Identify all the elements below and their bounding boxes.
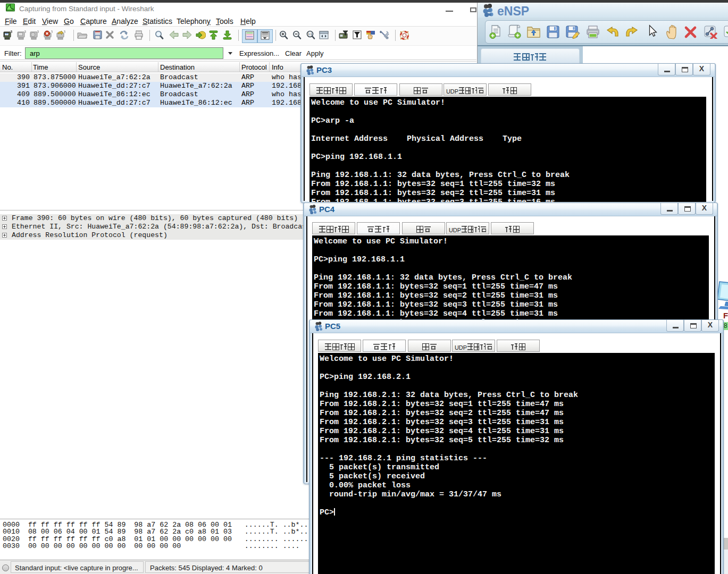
svg-text:1:1: 1:1 (308, 32, 312, 36)
